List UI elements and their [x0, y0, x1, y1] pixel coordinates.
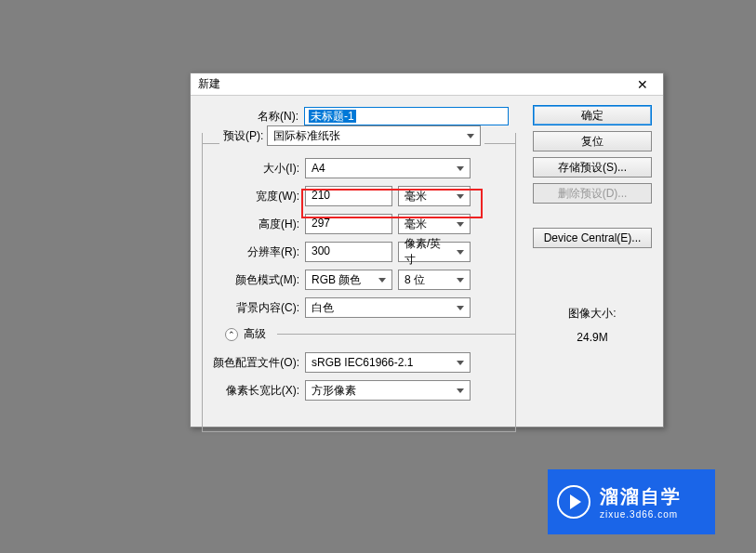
pixelratio-select[interactable]: 方形像素	[305, 380, 471, 401]
profile-value: sRGB IEC61966-2.1	[312, 356, 413, 369]
reset-label: 复位	[581, 134, 603, 150]
resolution-label: 分辨率(R):	[203, 244, 305, 260]
preset-value: 国际标准纸张	[273, 128, 340, 144]
close-button[interactable]: ✕	[624, 73, 661, 96]
colordepth-value: 8 位	[405, 272, 425, 288]
save-preset-button[interactable]: 存储预设(S)...	[533, 157, 652, 178]
titlebar[interactable]: 新建 ✕	[191, 73, 663, 96]
ok-label: 确定	[581, 108, 603, 124]
side-buttons: 确定 复位 存储预设(S)... 删除预设(D)... Device Centr…	[533, 105, 652, 248]
device-central-button[interactable]: Device Central(E)...	[533, 228, 652, 248]
image-size-info: 图像大小: 24.9M	[533, 306, 652, 344]
delete-preset-button: 删除预设(D)...	[533, 183, 652, 204]
width-unit: 毫米	[405, 189, 427, 204]
play-icon	[557, 485, 590, 519]
pixelratio-label: 像素长宽比(X):	[203, 383, 305, 399]
height-unit-select[interactable]: 毫米	[398, 214, 471, 234]
resolution-unit: 像素/英寸	[405, 236, 449, 268]
width-unit-select[interactable]: 毫米	[398, 186, 471, 206]
advanced-label: 高级	[244, 326, 266, 342]
name-value: 未标题-1	[309, 110, 356, 123]
resolution-unit-select[interactable]: 像素/英寸	[398, 242, 471, 262]
close-icon: ✕	[637, 77, 648, 92]
delete-preset-label: 删除预设(D)...	[558, 186, 628, 202]
watermark-sub: zixue.3d66.com	[600, 509, 682, 520]
colormode-value: RGB 颜色	[312, 272, 361, 288]
resolution-value: 300	[312, 244, 330, 257]
chevron-icon: ⌃	[225, 328, 238, 341]
reset-button[interactable]: 复位	[533, 131, 652, 151]
size-value: A4	[312, 162, 325, 175]
height-input[interactable]: 297	[305, 214, 392, 234]
new-document-dialog: 新建 ✕ 名称(N): 未标题-1 预设(P): 国际标准纸张	[190, 72, 664, 428]
width-value: 210	[312, 189, 330, 202]
preset-fieldset: 预设(P): 国际标准纸张 大小(I): A4 宽度(W):	[202, 133, 516, 432]
background-value: 白色	[312, 300, 334, 316]
image-size-value: 24.9M	[533, 331, 652, 344]
background-select[interactable]: 白色	[305, 297, 471, 318]
ok-button[interactable]: 确定	[533, 105, 652, 125]
watermark: 溜溜自学 zixue.3d66.com	[548, 469, 715, 534]
height-value: 297	[312, 217, 330, 230]
background-label: 背景内容(C):	[203, 300, 305, 316]
image-size-label: 图像大小:	[533, 306, 652, 322]
resolution-input[interactable]: 300	[305, 242, 392, 262]
profile-select[interactable]: sRGB IEC61966-2.1	[305, 352, 471, 373]
preset-label: 预设(P):	[223, 128, 263, 144]
size-label: 大小(I):	[203, 161, 305, 177]
dialog-title: 新建	[198, 76, 220, 92]
advanced-toggle[interactable]: ⌃ 高级	[225, 326, 515, 342]
size-select[interactable]: A4	[305, 158, 471, 178]
colormode-select[interactable]: RGB 颜色	[305, 270, 392, 290]
name-label: 名称(N):	[202, 109, 304, 125]
height-unit: 毫米	[405, 217, 427, 232]
colordepth-select[interactable]: 8 位	[398, 270, 471, 290]
width-input[interactable]: 210	[305, 186, 392, 206]
device-central-label: Device Central(E)...	[544, 231, 642, 244]
name-input[interactable]: 未标题-1	[304, 107, 509, 125]
colormode-label: 颜色模式(M):	[203, 272, 305, 288]
pixelratio-value: 方形像素	[312, 383, 356, 399]
save-preset-label: 存储预设(S)...	[558, 160, 627, 176]
width-label: 宽度(W):	[203, 189, 305, 204]
preset-select[interactable]: 国际标准纸张	[267, 125, 481, 146]
height-label: 高度(H):	[203, 217, 305, 232]
dialog-content: 名称(N): 未标题-1 预设(P): 国际标准纸张 大小(I):	[191, 96, 663, 427]
divider	[277, 334, 515, 335]
profile-label: 颜色配置文件(O):	[203, 355, 305, 371]
watermark-main: 溜溜自学	[600, 484, 682, 509]
